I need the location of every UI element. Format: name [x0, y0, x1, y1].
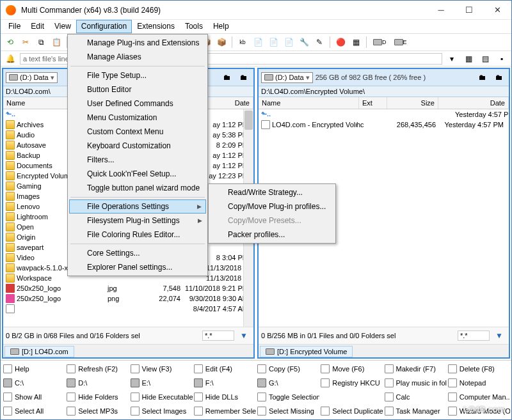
- color-button[interactable]: 🔴: [333, 35, 348, 49]
- menuitem-core-settings[interactable]: Core Settings...: [69, 246, 206, 260]
- drive-d-button[interactable]: D: [370, 35, 390, 49]
- panel-btn-g[interactable]: G:\: [256, 376, 319, 390]
- menuitem-manage-aliases[interactable]: Manage Aliases: [69, 50, 206, 64]
- panel-btn-toggle-selections[interactable]: Toggle Selections: [256, 390, 319, 404]
- panel-btn-computer-man[interactable]: Computer Man...: [447, 390, 510, 404]
- panel-btn-notepad[interactable]: Notepad: [447, 376, 510, 390]
- cut-button[interactable]: ✂: [19, 35, 33, 49]
- right-path[interactable]: D:\LO4D.com\Encrypted Volume\: [259, 86, 509, 97]
- panel-btn-copy-f5[interactable]: Copy (F5): [256, 362, 319, 376]
- file-row[interactable]: 250x250_logopng22,0749/30/2018 9:30 AM: [3, 293, 253, 304]
- panel-btn-calc[interactable]: Calc: [383, 390, 447, 404]
- right-filter-button[interactable]: ▼: [492, 329, 506, 343]
- menuitem-user-defined-commands[interactable]: User Defined Commands: [69, 97, 206, 111]
- tip-prev-button[interactable]: 🔔: [3, 52, 17, 66]
- tip-console-button[interactable]: ▪: [495, 52, 509, 66]
- panel-btn-hide-dlls[interactable]: Hide DLLs: [193, 390, 256, 404]
- file-row[interactable]: LO4D.com - Encrypted Volumehc268,435,456…: [259, 120, 509, 130]
- panel-btn-e[interactable]: E:\: [129, 376, 193, 390]
- menu-extensions[interactable]: Extensions: [132, 20, 180, 33]
- panel-btn-c[interactable]: C:\: [2, 376, 65, 390]
- panel-btn-move-f6[interactable]: Move (F6): [319, 362, 383, 376]
- panel-btn-select-images[interactable]: Select Images: [129, 404, 193, 418]
- close-button[interactable]: ✕: [483, 1, 511, 19]
- panel-btn-wizard-mode-o[interactable]: Wizard Mode (O...: [447, 404, 510, 418]
- panel-btn-select-mp3s[interactable]: Select MP3s: [65, 404, 129, 418]
- menu-tools[interactable]: Tools: [180, 20, 208, 33]
- panel-btn-show-all[interactable]: Show All: [2, 390, 65, 404]
- panel-btn-select-duplicates[interactable]: Select Duplicates: [319, 404, 383, 418]
- menuitem-quick-look-n-feel-setup[interactable]: Quick Look'n'Feel Setup...: [69, 167, 206, 181]
- file-row[interactable]: 250x250_logojpg7,54811/10/2018 9:21 PM: [3, 283, 253, 293]
- tool-button[interactable]: 🔧: [297, 35, 311, 49]
- panel-btn-edit-f4[interactable]: Edit (F4): [193, 362, 256, 376]
- menu-file[interactable]: File: [3, 20, 26, 33]
- panel-btn-hide-folders[interactable]: Hide Folders: [65, 390, 129, 404]
- col-date[interactable]: Date: [438, 97, 509, 109]
- paste-button[interactable]: 📋: [49, 35, 63, 49]
- menuitem-filesystem-plug-in-settings[interactable]: Filesystem Plug-in Settings: [69, 214, 206, 228]
- drive-e-button[interactable]: E: [391, 35, 410, 49]
- left-tree-button[interactable]: 🖿: [220, 70, 234, 84]
- file-row[interactable]: ⬑..Yesterday 4:57 PM: [259, 109, 509, 120]
- tool-button[interactable]: 📄: [251, 35, 265, 49]
- back-button[interactable]: ⟲: [3, 35, 17, 49]
- tip-dropdown-button[interactable]: ▾: [445, 52, 459, 66]
- filesize-button[interactable]: kb: [236, 35, 250, 49]
- menuitem-filters[interactable]: Filters...: [69, 153, 206, 167]
- panel-btn-d[interactable]: D:\: [65, 376, 129, 390]
- submenuitem-packer-profiles[interactable]: Packer profiles...: [210, 228, 334, 242]
- tool-button[interactable]: 📄: [282, 35, 296, 49]
- col-name[interactable]: Name: [259, 97, 359, 109]
- right-tree-button2[interactable]: 🖿: [492, 70, 506, 84]
- menu-view[interactable]: View: [49, 20, 76, 33]
- menuitem-custom-context-menu[interactable]: Custom Context Menu: [69, 125, 206, 139]
- right-tree-button[interactable]: 🖿: [476, 70, 490, 84]
- panel-btn-view-f3[interactable]: View (F3): [129, 362, 193, 376]
- col-size[interactable]: Size: [387, 97, 438, 109]
- right-filter-input[interactable]: [458, 331, 490, 341]
- copy-button[interactable]: ⧉: [34, 35, 48, 49]
- submenuitem-copy-move-plug-in-profiles[interactable]: Copy/Move Plug-in profiles...: [210, 199, 334, 214]
- unpack-button[interactable]: 📦: [214, 35, 228, 49]
- panel-btn-refresh-f2[interactable]: Refresh (F2): [65, 362, 129, 376]
- submenuitem-read-write-strategy[interactable]: Read/Write Strategy...: [210, 185, 334, 199]
- right-drive-selector[interactable]: (D:) Data ▾: [261, 72, 313, 83]
- menuitem-button-editor[interactable]: Button Editor: [69, 82, 206, 97]
- menuitem-file-operations-settings[interactable]: File Operations Settings: [69, 199, 206, 214]
- minimize-button[interactable]: ─: [427, 1, 455, 19]
- panel-btn-f[interactable]: F:\: [193, 376, 256, 390]
- panel-btn-remember-selec[interactable]: Remember Selec...: [193, 404, 256, 418]
- tool-button[interactable]: 📄: [266, 35, 280, 49]
- menuitem-file-type-setup[interactable]: File Type Setup...: [69, 68, 206, 82]
- panel-btn-registry-hkcu[interactable]: Registry HKCU: [319, 376, 383, 390]
- menuitem-file-coloring-rules-editor[interactable]: File Coloring Rules Editor...: [69, 228, 206, 242]
- panel-btn-task-manager[interactable]: Task Manager: [383, 404, 447, 418]
- edit-button[interactable]: ✎: [312, 35, 326, 49]
- menuitem-manage-plug-ins-and-extensions[interactable]: Manage Plug-ins and Extensions: [69, 36, 206, 50]
- col-ext[interactable]: Ext: [359, 97, 387, 109]
- menu-edit[interactable]: Edit: [26, 20, 49, 33]
- panel-btn-play-music-in-fol[interactable]: Play music in fol...: [383, 376, 447, 390]
- left-filter-button[interactable]: ▼: [237, 329, 251, 343]
- left-filter-input[interactable]: [202, 331, 234, 341]
- menuitem-explorer-panel-settings[interactable]: Explorer Panel settings...: [69, 260, 206, 274]
- maximize-button[interactable]: ☐: [455, 1, 483, 19]
- panel-btn-hide-executables[interactable]: Hide Executables: [129, 390, 193, 404]
- menu-configuration[interactable]: Configuration: [76, 20, 132, 33]
- panel-btn-select-missing[interactable]: Select Missing: [256, 404, 319, 418]
- left-tab[interactable]: [D:] LO4D.com: [4, 346, 74, 357]
- panel-btn-makedir-f7[interactable]: Makedir (F7): [383, 362, 447, 376]
- tip-view2-button[interactable]: ▤: [478, 52, 492, 66]
- panel-btn-select-all[interactable]: Select All: [2, 404, 65, 418]
- tip-view1-button[interactable]: ▦: [461, 52, 476, 66]
- menu-help[interactable]: Help: [208, 20, 234, 33]
- left-drive-selector[interactable]: (D:) Data ▾: [6, 72, 58, 83]
- left-tree-button2[interactable]: 🖿: [237, 70, 251, 84]
- menuitem-keyboard-customization[interactable]: Keyboard Customization: [69, 139, 206, 153]
- right-tab[interactable]: [D:] Encrypted Volume: [260, 346, 353, 357]
- menuitem-toggle-button-panel-wizard-mode[interactable]: Toggle button panel wizard mode: [69, 181, 206, 195]
- panel-btn-delete-f8[interactable]: Delete (F8): [447, 362, 510, 376]
- menuitem-menu-customization[interactable]: Menu Customization: [69, 111, 206, 125]
- file-row[interactable]: 8/4/2017 4:57 AM: [3, 304, 253, 314]
